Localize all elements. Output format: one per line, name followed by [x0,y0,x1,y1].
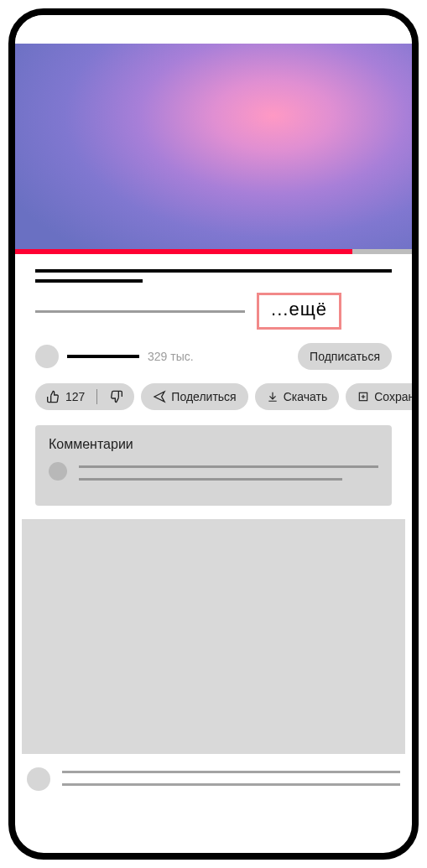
thumbs-up-icon [47,390,60,403]
progress-fill [15,249,352,254]
subscribe-label: Подписаться [310,350,380,363]
thumbs-down-icon[interactable] [109,390,122,403]
comment-preview [49,462,378,491]
expand-description-button[interactable]: ...ещё [257,293,341,330]
video-player[interactable] [15,44,412,249]
like-count: 127 [65,390,85,403]
feed-video-thumbnail[interactable] [22,519,405,754]
comment-text-placeholder [79,462,378,491]
comments-section[interactable]: Комментарии [35,425,392,506]
status-bar [15,15,412,44]
action-row: 127 Поделиться [35,383,392,410]
download-label: Скачать [284,390,328,403]
subscribe-button[interactable]: Подписаться [298,343,392,370]
channel-name-placeholder[interactable] [67,355,139,358]
like-dislike-pill[interactable]: 127 [35,383,134,410]
video-meta-row: ...ещё [35,293,392,330]
device-frame: ...ещё 329 тыс. Подписаться 127 [8,8,419,860]
commenter-avatar [49,462,67,481]
content-area: ...ещё 329 тыс. Подписаться 127 [15,254,412,506]
save-button[interactable]: Сохранить [346,383,419,410]
feed-video-meta[interactable] [15,754,412,809]
share-label: Поделиться [171,390,236,403]
expand-description-label: ...ещё [271,299,327,320]
feed-title-placeholder [62,767,400,796]
title-line-placeholder [35,279,143,283]
share-button[interactable]: Поделиться [141,383,247,410]
channel-row: 329 тыс. Подписаться [35,343,392,370]
title-line-placeholder [35,269,392,273]
video-title[interactable] [35,269,392,283]
save-icon [357,391,369,403]
download-button[interactable]: Скачать [255,383,340,410]
share-icon [153,390,166,403]
save-label: Сохранить [374,390,419,403]
feed-channel-avatar[interactable] [27,767,50,791]
channel-avatar[interactable] [35,345,59,368]
divider [96,389,97,404]
comments-title: Комментарии [49,437,378,452]
meta-line-placeholder [35,310,245,313]
download-icon [267,391,279,403]
subscriber-count: 329 тыс. [148,350,194,363]
